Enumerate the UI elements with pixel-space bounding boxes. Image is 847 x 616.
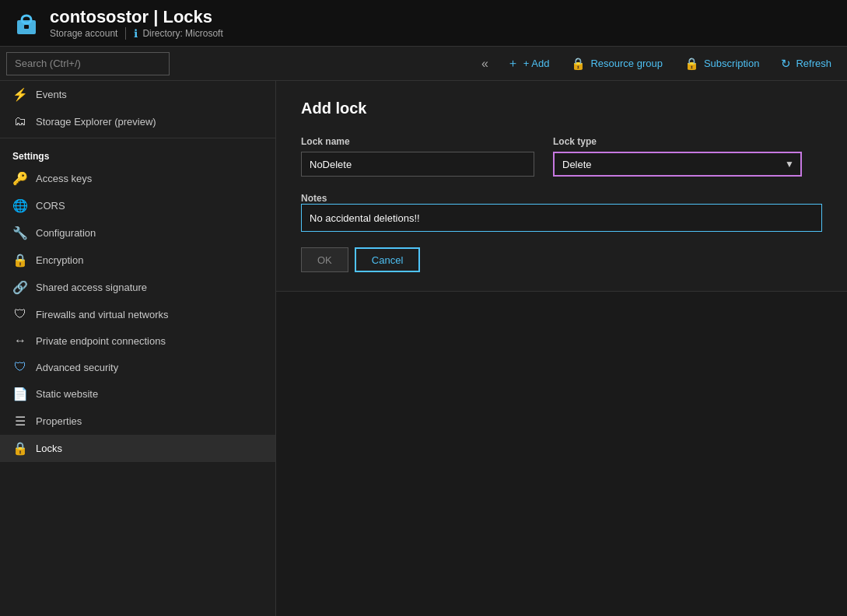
configuration-icon: 🔧 [12,226,28,240]
empty-content [276,292,847,616]
svg-rect-1 [22,16,31,23]
content-area: Add lock Lock name Lock type Delete Read… [276,81,847,616]
configuration-label: Configuration [36,227,96,239]
lock-name-input[interactable] [301,152,534,177]
ok-button[interactable]: OK [301,247,348,272]
lock-type-group: Lock type Delete Read-only ▼ [553,136,802,177]
cors-label: CORS [36,200,65,212]
private-endpoint-icon: ↔ [12,334,28,348]
notes-group: Notes [301,192,822,232]
lock-type-select[interactable]: Delete Read-only [553,152,802,177]
refresh-label: Refresh [796,58,831,69]
toolbar: « ＋ + Add 🔒 Resource group 🔒 Subscriptio… [0,47,847,81]
shared-access-icon: 🔗 [12,280,28,295]
svg-rect-2 [24,25,29,29]
firewalls-label: Firewalls and virtual networks [36,309,169,320]
search-input[interactable] [6,52,170,75]
sidebar-item-cors[interactable]: 🌐 CORS [0,192,275,219]
header-icon [12,9,40,37]
sidebar-item-static-website[interactable]: 📄 Static website [0,380,275,408]
resource-group-button[interactable]: 🔒 Resource group [562,52,672,75]
notes-input[interactable] [301,204,822,232]
lock-name-group: Lock name [301,136,534,177]
page-title: contosostor | Locks [50,7,223,27]
shared-access-label: Shared access signature [36,282,147,293]
sidebar-item-storage-explorer[interactable]: 🗂 Storage Explorer (preview) [0,108,275,135]
subscription-button[interactable]: 🔒 Subscription [675,52,769,75]
info-icon: ℹ [134,27,138,40]
add-icon: ＋ [507,56,519,71]
private-endpoint-label: Private endpoint connections [36,335,166,347]
sidebar-item-configuration[interactable]: 🔧 Configuration [0,219,275,247]
subscription-label: Subscription [704,58,760,69]
sidebar-item-access-keys[interactable]: 🔑 Access keys [0,165,275,192]
cors-icon: 🌐 [12,198,28,213]
lock-icon-sub: 🔒 [684,57,699,71]
notes-label: Notes [301,193,327,204]
resource-group-label: Resource group [590,58,663,69]
sidebar-item-shared-access-signature[interactable]: 🔗 Shared access signature [0,274,275,301]
advanced-security-icon: 🛡 [12,360,28,374]
main-layout: ⚡ Events 🗂 Storage Explorer (preview) Se… [0,81,847,616]
encryption-icon: 🔒 [12,253,28,268]
header-subtitle: Storage account ℹ Directory: Microsoft [50,27,223,40]
lock-icon-rg: 🔒 [571,57,586,71]
encryption-label: Encryption [36,254,83,266]
sidebar-item-locks[interactable]: 🔒 Locks [0,435,275,462]
locks-label: Locks [36,443,62,454]
sidebar-divider [0,138,275,138]
access-keys-icon: 🔑 [12,171,28,186]
properties-icon: ☰ [12,414,28,429]
collapse-button[interactable]: « [475,54,495,74]
static-website-label: Static website [36,388,98,400]
add-lock-panel: Add lock Lock name Lock type Delete Read… [276,81,847,292]
access-keys-label: Access keys [36,173,92,184]
sidebar: ⚡ Events 🗂 Storage Explorer (preview) Se… [0,81,276,616]
header: contosostor | Locks Storage account ℹ Di… [0,0,847,47]
lock-name-label: Lock name [301,136,534,147]
properties-label: Properties [36,415,82,427]
header-title-block: contosostor | Locks Storage account ℹ Di… [50,7,223,40]
events-icon: ⚡ [12,87,28,102]
sidebar-settings-header: Settings [0,142,275,165]
sidebar-item-events[interactable]: ⚡ Events [0,81,275,108]
refresh-icon: ↻ [781,57,791,71]
storage-explorer-label: Storage Explorer (preview) [36,116,156,128]
advanced-security-label: Advanced security [36,362,118,373]
btn-row: OK Cancel [301,247,822,272]
add-button[interactable]: ＋ + Add [498,51,559,75]
subtitle-type: Storage account [50,28,117,39]
refresh-button[interactable]: ↻ Refresh [772,52,841,75]
locks-icon: 🔒 [12,441,28,456]
subtitle-directory: Directory: Microsoft [142,28,222,39]
storage-explorer-icon: 🗂 [12,114,28,128]
sidebar-item-private-endpoint[interactable]: ↔ Private endpoint connections [0,327,275,354]
sidebar-item-encryption[interactable]: 🔒 Encryption [0,247,275,274]
firewalls-icon: 🛡 [12,307,28,321]
sidebar-item-advanced-security[interactable]: 🛡 Advanced security [0,354,275,380]
cancel-button[interactable]: Cancel [355,247,420,272]
subtitle-separator [125,27,126,40]
sidebar-item-properties[interactable]: ☰ Properties [0,408,275,435]
add-label: + Add [523,58,550,69]
add-lock-title: Add lock [301,100,822,117]
form-row-name-type: Lock name Lock type Delete Read-only ▼ [301,136,822,177]
sidebar-item-firewalls[interactable]: 🛡 Firewalls and virtual networks [0,301,275,327]
lock-type-label: Lock type [553,136,802,147]
events-label: Events [36,89,67,100]
lock-type-select-wrapper: Delete Read-only ▼ [553,152,802,177]
sidebar-scroll: ⚡ Events 🗂 Storage Explorer (preview) Se… [0,81,275,616]
static-website-icon: 📄 [12,387,28,401]
